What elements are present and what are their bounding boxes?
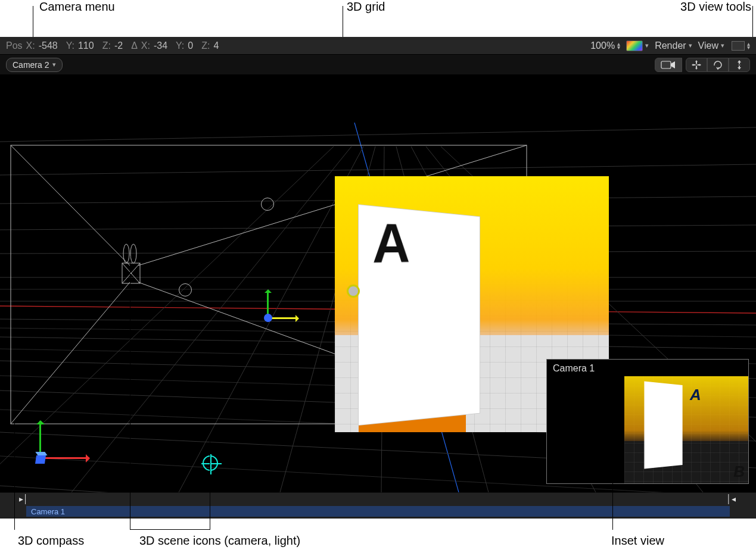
zoom-popup[interactable]: 100% ▴▾	[590, 40, 620, 51]
layout-swatch-icon	[732, 41, 745, 51]
svg-point-2	[738, 64, 741, 66]
chevron-down-icon: ▾	[721, 42, 724, 49]
transform-gizmo[interactable]	[262, 277, 310, 325]
annot-line	[612, 473, 613, 530]
svg-rect-0	[661, 61, 671, 68]
color-channels-popup[interactable]: ▾	[626, 40, 649, 51]
color-chip-icon	[626, 40, 643, 51]
inset-glyph-b: B	[733, 463, 745, 481]
chevron-down-icon: ▾	[52, 61, 56, 68]
status-pos-label: Pos	[6, 40, 23, 51]
stepper-icon: ▴▾	[617, 42, 620, 49]
annot-3d-grid: 3D grid	[347, 0, 385, 14]
3d-compass[interactable]	[24, 415, 89, 468]
3d-viewport[interactable]: A A B Camera	[0, 75, 756, 492]
inset-view[interactable]: A B Camera 1	[546, 359, 749, 484]
inset-page	[644, 382, 682, 469]
chevron-down-icon: ▾	[645, 42, 649, 49]
chevron-down-icon: ▾	[689, 42, 692, 49]
status-z-value: -2	[114, 40, 123, 51]
gizmo-origin-icon	[264, 314, 272, 322]
active-camera-button[interactable]	[655, 58, 682, 72]
status-dy-value: 0	[188, 40, 193, 51]
view-popup[interactable]: View ▾	[698, 40, 724, 51]
gizmo-x-axis-icon	[268, 317, 298, 319]
motion-app: Pos X: -548 Y: 110 Z: -2 Δ X: -34 Y: 0 Z…	[0, 37, 756, 518]
svg-point-1	[695, 64, 698, 66]
pan-view-button[interactable]	[686, 58, 707, 72]
camera-menu-label: Camera 2	[13, 60, 49, 70]
status-x-value: -548	[39, 40, 58, 51]
orbit-icon	[713, 60, 723, 70]
stepper-icon: ▴▾	[747, 42, 750, 49]
status-dx-label: X:	[141, 40, 150, 51]
camera-icon	[661, 60, 676, 70]
status-dx-value: -34	[154, 40, 167, 51]
svg-line-39	[11, 145, 130, 265]
camera-menu[interactable]: Camera 2 ▾	[6, 58, 63, 72]
inset-glyph-a: A	[690, 386, 701, 404]
compass-cube-icon	[35, 455, 46, 464]
annot-3d-compass: 3D compass	[18, 534, 84, 548]
annot-line	[14, 423, 15, 530]
annot-line	[130, 529, 210, 530]
annot-line	[130, 256, 130, 530]
annot-camera-menu: Camera menu	[39, 0, 115, 14]
viewport-toolbar: Camera 2 ▾	[0, 55, 756, 75]
annot-3d-view-tools: 3D view tools	[680, 0, 751, 14]
annot-inset-view: Inset view	[611, 534, 664, 548]
timeline-clip-label: Camera 1	[31, 507, 65, 516]
annotation-top-area: Camera menu 3D grid 3D view tools	[0, 0, 756, 37]
inset-plane	[624, 376, 749, 484]
svg-line-41	[11, 282, 130, 424]
drop-zone-icon[interactable]	[203, 455, 218, 471]
timeline-clip[interactable]	[26, 506, 730, 517]
annotation-bottom-area: 3D compass 3D scene icons (camera, light…	[0, 518, 756, 556]
scene-glyph-a: A	[372, 211, 410, 275]
status-dz-value: 4	[213, 40, 219, 51]
inset-scene: A B	[547, 360, 748, 483]
scene-light-selected-icon[interactable]	[347, 285, 360, 298]
render-label: Render	[655, 40, 686, 51]
inset-view-title: Camera 1	[553, 363, 595, 374]
status-bar: Pos X: -548 Y: 110 Z: -2 Δ X: -34 Y: 0 Z…	[0, 37, 756, 55]
zoom-value: 100%	[590, 40, 615, 51]
annot-scene-icons: 3D scene icons (camera, light)	[139, 534, 300, 548]
dolly-view-button[interactable]	[729, 58, 750, 72]
scene-camera-icon[interactable]	[122, 254, 140, 283]
play-range-start-icon[interactable]: ▸│	[19, 494, 29, 504]
pan-icon	[691, 60, 702, 70]
status-delta-label: Δ	[131, 40, 138, 51]
view-layout-popup[interactable]: ▴▾	[732, 41, 750, 51]
scene-light-icon[interactable]	[261, 198, 274, 211]
compass-x-axis-icon	[41, 457, 89, 459]
status-dz-label: Z:	[201, 40, 210, 51]
annot-line	[210, 442, 210, 530]
mini-timeline[interactable]: ▸│ Camera 1 │◂	[0, 492, 756, 518]
render-popup[interactable]: Render ▾	[655, 40, 692, 51]
3d-view-tools	[655, 58, 750, 72]
dolly-icon	[735, 60, 743, 70]
status-z-label: Z:	[102, 40, 111, 51]
scene-light-icon[interactable]	[179, 283, 192, 296]
view-label: View	[698, 40, 718, 51]
status-y-value: 110	[78, 40, 94, 51]
status-dy-label: Y:	[176, 40, 184, 51]
status-y-label: Y:	[66, 40, 74, 51]
play-range-end-icon[interactable]: │◂	[726, 494, 736, 504]
status-x-label: X:	[26, 40, 35, 51]
orbit-view-button[interactable]	[707, 58, 729, 72]
